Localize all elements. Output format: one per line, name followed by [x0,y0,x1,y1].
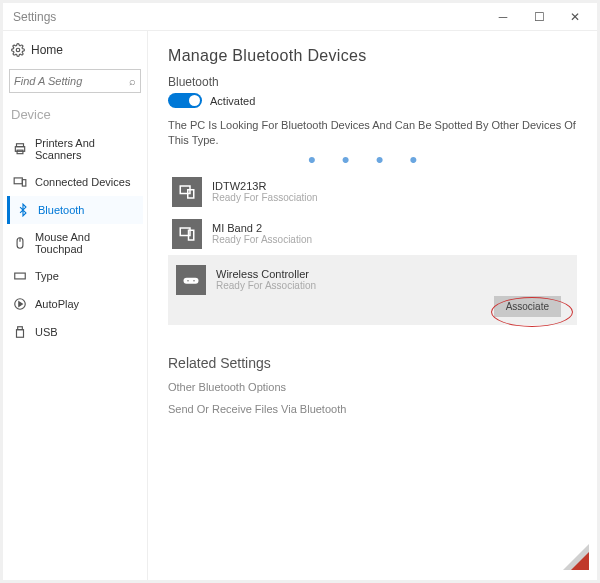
phone-icon [172,219,202,249]
device-status: Ready For Association [212,234,312,245]
autoplay-icon [13,297,27,311]
sidebar-item-label: Type [35,270,59,282]
sidebar-item-label: AutoPlay [35,298,79,310]
sidebar-item-usb[interactable]: USB [7,318,143,346]
bluetooth-label: Bluetooth [168,75,577,89]
svg-rect-8 [15,273,26,279]
associate-button[interactable]: Associate [494,296,561,317]
sidebar-item-mouse[interactable]: Mouse And Touchpad [7,224,143,262]
home-label: Home [31,43,63,57]
display-icon [172,177,202,207]
sidebar: Home ⌕ Device Printers And Scanners Conn… [3,31,148,580]
keyboard-icon [13,269,27,283]
toggle-state: Activated [210,95,255,107]
device-item[interactable]: MI Band 2 Ready For Association [168,213,577,255]
svg-point-0 [16,48,20,52]
svg-rect-5 [22,180,26,186]
sidebar-item-label: Connected Devices [35,176,130,188]
searching-indicator: • • • • [168,155,577,165]
sidebar-item-autoplay[interactable]: AutoPlay [7,290,143,318]
device-name: Wireless Controller [216,268,316,280]
search-input[interactable] [14,75,129,87]
svg-point-22 [193,280,195,282]
search-icon: ⌕ [129,75,136,87]
main-panel: Manage Bluetooth Devices Bluetooth Activ… [148,31,597,580]
link-send-receive[interactable]: Send Or Receive Files Via Bluetooth [168,403,577,415]
related-heading: Related Settings [168,355,577,371]
printer-icon [13,142,27,156]
device-item-selected[interactable]: Wireless Controller Ready For Associatio… [168,255,577,325]
minimize-button[interactable]: ─ [485,5,521,29]
sidebar-item-label: Printers And Scanners [35,137,137,161]
bluetooth-icon [16,203,30,217]
svg-rect-3 [17,150,23,154]
devices-icon [13,175,27,189]
gamepad-icon [176,265,206,295]
svg-rect-16 [17,330,24,338]
sidebar-item-type[interactable]: Type [7,262,143,290]
device-list: IDTW213R Ready For Fassociation MI Band … [168,171,577,325]
status-description: The PC Is Looking For Bluetooth Devices … [168,118,577,149]
sidebar-item-connected[interactable]: Connected Devices [7,168,143,196]
device-item[interactable]: IDTW213R Ready For Fassociation [168,171,577,213]
svg-point-21 [187,280,189,282]
bluetooth-toggle[interactable] [168,93,202,108]
sidebar-item-label: USB [35,326,58,338]
home-nav[interactable]: Home [7,37,143,63]
maximize-button[interactable]: ☐ [521,5,557,29]
sidebar-item-bluetooth[interactable]: Bluetooth [7,196,143,224]
section-label: Device [7,103,143,130]
sidebar-item-printers[interactable]: Printers And Scanners [7,130,143,168]
mouse-icon [13,236,27,250]
titlebar: Settings ─ ☐ ✕ [3,3,597,31]
sidebar-item-label: Bluetooth [38,204,84,216]
search-box[interactable]: ⌕ [9,69,141,93]
device-name: MI Band 2 [212,222,312,234]
device-status: Ready For Association [216,280,316,291]
device-name: IDTW213R [212,180,318,192]
link-other-bluetooth[interactable]: Other Bluetooth Options [168,381,577,393]
sidebar-item-label: Mouse And Touchpad [35,231,137,255]
watermark-logo [549,544,589,574]
svg-rect-4 [14,178,22,184]
window-title: Settings [7,10,485,24]
close-button[interactable]: ✕ [557,5,593,29]
device-status: Ready For Fassociation [212,192,318,203]
page-heading: Manage Bluetooth Devices [168,47,577,65]
related-settings: Related Settings Other Bluetooth Options… [168,355,577,415]
usb-icon [13,325,27,339]
gear-icon [11,43,25,57]
svg-marker-14 [19,302,22,307]
